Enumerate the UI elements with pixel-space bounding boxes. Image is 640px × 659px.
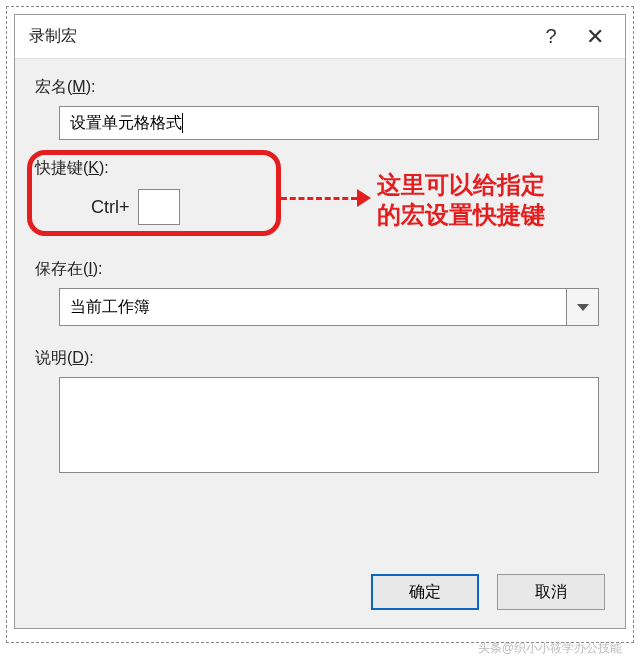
cancel-button[interactable]: 取消 [497, 574, 605, 610]
shortcut-section: 快捷键(K): Ctrl+ 这里可以给指定 的宏设置快捷键 [35, 158, 605, 225]
macro-name-input[interactable]: 设置单元格格式 [59, 106, 599, 140]
record-macro-dialog: 录制宏 ? ✕ 宏名(M): 设置单元格格式 快捷键(K): Ctrl+ [14, 14, 626, 629]
save-in-label: 保存在(I): [35, 259, 605, 280]
button-row: 确定 取消 [15, 556, 625, 628]
ctrl-prefix-label: Ctrl+ [91, 197, 130, 218]
save-in-section: 保存在(I): 当前工作簿 [35, 259, 605, 326]
text-cursor [182, 113, 183, 133]
save-in-select[interactable]: 当前工作簿 [59, 288, 599, 326]
shortcut-key-input[interactable] [138, 189, 180, 225]
save-in-value: 当前工作簿 [70, 297, 150, 318]
help-icon: ? [545, 25, 556, 48]
dialog-title: 录制宏 [29, 26, 529, 47]
close-button[interactable]: ✕ [573, 15, 617, 59]
dropdown-button[interactable] [566, 289, 598, 325]
macro-name-label: 宏名(M): [35, 77, 605, 98]
chevron-down-icon [577, 304, 589, 311]
help-button[interactable]: ? [529, 15, 573, 59]
description-textarea[interactable] [59, 377, 599, 473]
ok-button[interactable]: 确定 [371, 574, 479, 610]
dialog-body: 宏名(M): 设置单元格格式 快捷键(K): Ctrl+ 这里可以给指定 的宏设… [15, 59, 625, 556]
description-section: 说明(D): [35, 348, 605, 473]
titlebar: 录制宏 ? ✕ [15, 15, 625, 59]
close-icon: ✕ [586, 24, 604, 50]
description-label: 说明(D): [35, 348, 605, 369]
watermark-text: 头条@织小小筱学办公技能 [478, 640, 622, 657]
annotation-text: 这里可以给指定 的宏设置快捷键 [377, 170, 545, 230]
macro-name-value: 设置单元格格式 [70, 113, 182, 134]
